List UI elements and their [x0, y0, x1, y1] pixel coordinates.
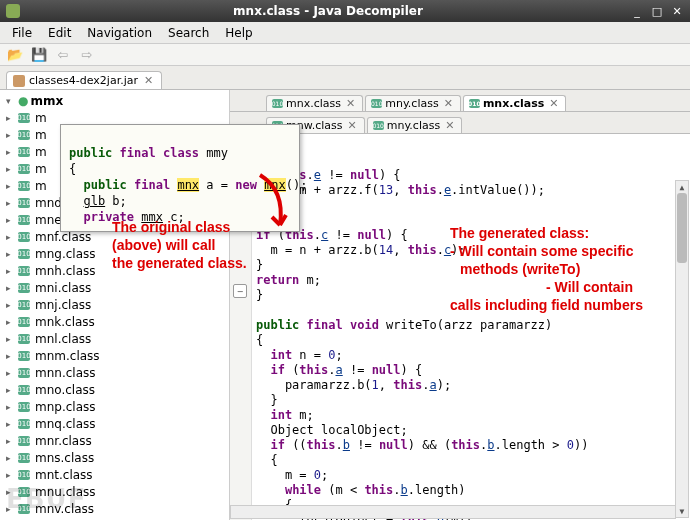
jar-tab[interactable]: classes4-dex2jar.jar ✕ — [6, 71, 162, 89]
menu-edit[interactable]: Edit — [40, 24, 79, 42]
tab-close[interactable]: ✕ — [344, 97, 357, 110]
minimize-button[interactable]: _ — [630, 4, 644, 18]
class-icon: 010 — [18, 300, 30, 310]
tree-item[interactable]: ▸010mnk.class — [0, 313, 229, 330]
class-icon: 010 — [272, 99, 283, 108]
title-bar: mnx.class - Java Decompiler _ □ ✕ — [0, 0, 690, 22]
tree-item[interactable]: ▸010mnj.class — [0, 296, 229, 313]
fold-mark-icon[interactable]: − — [233, 284, 247, 298]
editor-tab[interactable]: 010mny.class✕ — [367, 117, 463, 133]
tree-package[interactable]: ▾● mmx — [0, 92, 229, 109]
editor-tabs-row-1: 010mnx.class✕010mny.class✕010mnx.class✕ — [230, 90, 690, 112]
class-icon: 010 — [18, 351, 30, 361]
class-icon: 010 — [18, 283, 30, 293]
class-icon: 010 — [18, 215, 30, 225]
tree-item[interactable]: ▸010mnp.class — [0, 398, 229, 415]
tree-item[interactable]: ▸010mni.class — [0, 279, 229, 296]
horizontal-scrollbar[interactable] — [230, 505, 676, 519]
class-icon: 010 — [18, 402, 30, 412]
vertical-scrollbar[interactable]: ▲ ▼ — [675, 180, 689, 518]
class-icon: 010 — [18, 113, 30, 123]
editor-tab[interactable]: 010mnx.class✕ — [463, 95, 567, 111]
scroll-up-icon[interactable]: ▲ — [676, 181, 688, 193]
tree-item[interactable]: ▸010mnl.class — [0, 330, 229, 347]
tree-item[interactable]: ▸010mno.class — [0, 381, 229, 398]
class-icon: 010 — [18, 453, 30, 463]
close-button[interactable]: ✕ — [670, 4, 684, 18]
arrow-icon — [250, 170, 300, 240]
scroll-down-icon[interactable]: ▼ — [676, 505, 688, 517]
jar-tab-label: classes4-dex2jar.jar — [29, 74, 138, 87]
tree-item[interactable]: ▸010mns.class — [0, 449, 229, 466]
class-icon: 010 — [18, 436, 30, 446]
class-icon: 010 — [18, 130, 30, 140]
class-icon: 010 — [18, 368, 30, 378]
back-button[interactable]: ⇦ — [54, 46, 72, 64]
class-icon: 010 — [18, 164, 30, 174]
tree-item[interactable]: ▸010mnr.class — [0, 432, 229, 449]
tab-close[interactable]: ✕ — [345, 119, 358, 132]
menu-file[interactable]: File — [4, 24, 40, 42]
tree-item[interactable]: ▸010mnm.class — [0, 347, 229, 364]
tree-item[interactable]: ▸010mnq.class — [0, 415, 229, 432]
app-icon — [6, 4, 20, 18]
class-icon: 010 — [18, 181, 30, 191]
maximize-button[interactable]: □ — [650, 4, 664, 18]
class-icon: 010 — [18, 232, 30, 242]
class-icon: 010 — [371, 99, 382, 108]
save-button[interactable]: 💾 — [30, 46, 48, 64]
tab-close[interactable]: ✕ — [547, 97, 560, 110]
class-icon: 010 — [373, 121, 384, 130]
forward-button[interactable]: ⇨ — [78, 46, 96, 64]
class-icon: 010 — [18, 470, 30, 480]
tree-item[interactable]: ▸010mnn.class — [0, 364, 229, 381]
annotation-generated: The generated class: - Will contain some… — [450, 224, 643, 314]
jar-icon — [13, 75, 25, 87]
class-icon: 010 — [18, 334, 30, 344]
annotation-original: The original class (above) will call the… — [112, 218, 247, 272]
jar-tab-close[interactable]: ✕ — [142, 74, 155, 87]
tab-close[interactable]: ✕ — [443, 119, 456, 132]
menu-help[interactable]: Help — [217, 24, 260, 42]
class-icon: 010 — [18, 249, 30, 259]
tab-close[interactable]: ✕ — [442, 97, 455, 110]
editor-tab[interactable]: 010mnx.class✕ — [266, 95, 363, 111]
editor-tab[interactable]: 010mny.class✕ — [365, 95, 461, 111]
class-icon: 010 — [18, 317, 30, 327]
watermark: EBUF — [6, 484, 86, 514]
class-icon: 010 — [18, 266, 30, 276]
class-icon: 010 — [469, 99, 480, 108]
class-icon: 010 — [18, 419, 30, 429]
scroll-thumb[interactable] — [677, 193, 687, 263]
menu-search[interactable]: Search — [160, 24, 217, 42]
menu-navigation[interactable]: Navigation — [79, 24, 160, 42]
window-title: mnx.class - Java Decompiler — [26, 4, 630, 18]
tree-item[interactable]: ▸010mnt.class — [0, 466, 229, 483]
jar-tab-bar: classes4-dex2jar.jar ✕ — [0, 66, 690, 90]
menu-bar: File Edit Navigation Search Help — [0, 22, 690, 44]
toolbar: 📂 💾 ⇦ ⇨ — [0, 44, 690, 66]
class-icon: 010 — [18, 385, 30, 395]
class-icon: 010 — [18, 198, 30, 208]
class-icon: 010 — [18, 147, 30, 157]
open-button[interactable]: 📂 — [6, 46, 24, 64]
